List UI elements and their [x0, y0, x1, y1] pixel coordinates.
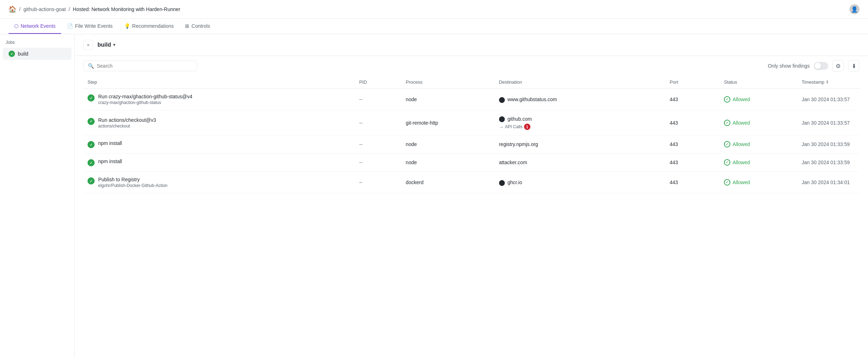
search-input[interactable] — [97, 63, 192, 69]
destination-name: registry.npmjs.org — [499, 141, 538, 147]
port-cell: 443 — [665, 154, 720, 172]
port-cell: 443 — [665, 110, 720, 135]
toggle-knob — [815, 63, 821, 69]
table-row: npm install --node registry.npmjs.org 44… — [83, 135, 859, 154]
search-icon: 🔍 — [88, 63, 94, 69]
status-allowed: Allowed — [724, 179, 793, 186]
step-sub: elgohr/Publish-Docker-Github-Action — [98, 183, 168, 188]
status-circle-icon — [724, 96, 730, 103]
main-layout: Jobs build « build ▾ 🔍 Only show finding… — [0, 34, 868, 358]
breadcrumb-repo[interactable]: github-actions-goat — [23, 6, 66, 12]
table-row: Run crazy-max/ghaction-github-status@v4 … — [83, 89, 859, 110]
step-cell: Run actions/checkout@v3 actions/checkout — [83, 110, 355, 135]
step-sub: crazy-max/ghaction-github-status — [98, 100, 192, 105]
breadcrumb-sep2: / — [69, 6, 70, 12]
status-allowed: Allowed — [724, 141, 793, 147]
step-cell: npm install — [83, 154, 355, 172]
sidebar-section-label: Jobs — [0, 40, 74, 48]
timestamp-label: Timestamp — [801, 79, 824, 85]
destination-name: github.com — [507, 116, 531, 122]
step-cell: Run crazy-max/ghaction-github-status@v4 … — [83, 89, 355, 110]
topbar: 🏠 / github-actions-goat / Hosted: Networ… — [0, 0, 868, 19]
tab-controls-label: Controls — [191, 23, 210, 29]
home-icon[interactable]: 🏠 — [9, 5, 16, 13]
col-timestamp[interactable]: Timestamp ⇕ — [797, 76, 859, 89]
step-status-icon — [88, 141, 95, 148]
step-cell: Publish to Registry elgohr/Publish-Docke… — [83, 172, 355, 193]
sidebar-item-build[interactable]: build — [3, 48, 72, 60]
step-cell: npm install — [83, 135, 355, 154]
breadcrumb: 🏠 / github-actions-goat / Hosted: Networ… — [9, 5, 180, 13]
tab-controls[interactable]: ⊞ Controls — [179, 19, 216, 34]
process-cell: node — [402, 89, 495, 110]
table-row: Run actions/checkout@v3 actions/checkout… — [83, 110, 859, 135]
port-cell: 443 — [665, 172, 720, 193]
job-dropdown-icon[interactable]: ▾ — [113, 42, 115, 47]
status-circle-icon — [724, 159, 730, 166]
download-icon: ⬇ — [852, 63, 856, 69]
col-port: Port — [665, 76, 720, 89]
destination-cell: registry.npmjs.org — [494, 135, 665, 154]
pid-cell: -- — [355, 172, 402, 193]
user-icon: 👤 — [851, 6, 858, 13]
step-name: Run actions/checkout@v3 — [98, 117, 156, 123]
col-process: Process — [402, 76, 495, 89]
settings-button[interactable]: ⚙ — [832, 60, 844, 72]
sort-icon: ⇕ — [826, 80, 829, 84]
settings-icon: ⚙ — [836, 63, 841, 69]
col-status: Status — [720, 76, 797, 89]
tab-file-write-events[interactable]: 📄 File Write Events — [61, 19, 118, 34]
port-cell: 443 — [665, 89, 720, 110]
destination-cell: ⬤github.com → API Calls 1 — [494, 110, 665, 135]
step-name: Run crazy-max/ghaction-github-status@v4 — [98, 94, 192, 99]
search-box[interactable]: 🔍 — [83, 61, 197, 71]
breadcrumb-sep1: / — [19, 6, 21, 12]
sidebar-item-build-label: build — [18, 51, 28, 57]
github-icon: ⬤ — [499, 96, 505, 103]
destination-name: attacker.com — [499, 160, 527, 165]
table-row: npm install --node attacker.com 443 Allo… — [83, 154, 859, 172]
status-circle-icon — [724, 141, 730, 147]
download-button[interactable]: ⬇ — [848, 60, 859, 72]
col-destination: Destination — [494, 76, 665, 89]
content-header: « build ▾ — [75, 34, 868, 56]
github-icon: ⬤ — [499, 115, 505, 122]
pid-cell: -- — [355, 135, 402, 154]
table-row: Publish to Registry elgohr/Publish-Docke… — [83, 172, 859, 193]
nav-tabs: ⬡ Network Events 📄 File Write Events 💡 R… — [0, 19, 868, 34]
pid-cell: -- — [355, 110, 402, 135]
step-sub: actions/checkout — [98, 124, 156, 129]
events-table: Step PID Process Destination Port Status… — [83, 76, 859, 193]
status-cell: Allowed — [720, 89, 797, 110]
user-avatar[interactable]: 👤 — [850, 4, 859, 14]
timestamp-cell: Jan 30 2024 01:33:57 — [797, 89, 859, 110]
findings-toggle[interactable] — [814, 62, 828, 70]
breadcrumb-current: Hosted: Network Monitoring with Harden-R… — [73, 6, 180, 12]
table-header: Step PID Process Destination Port Status… — [83, 76, 859, 89]
status-allowed: Allowed — [724, 96, 793, 103]
recommendations-icon: 💡 — [124, 23, 130, 29]
step-status-icon — [88, 94, 95, 102]
tab-network-events-label: Network Events — [21, 23, 55, 29]
step-name: Publish to Registry — [98, 177, 168, 182]
job-title-text: build — [97, 42, 111, 48]
api-calls-badge[interactable]: → API Calls 1 — [499, 124, 661, 130]
status-text: Allowed — [732, 141, 750, 147]
process-cell: node — [402, 135, 495, 154]
tab-file-write-events-label: File Write Events — [75, 23, 113, 29]
sidebar: Jobs build — [0, 34, 75, 358]
status-text: Allowed — [732, 120, 750, 126]
status-cell: Allowed — [720, 110, 797, 135]
tab-network-events[interactable]: ⬡ Network Events — [9, 19, 61, 34]
status-text: Allowed — [732, 180, 750, 185]
status-allowed: Allowed — [724, 159, 793, 166]
tab-recommendations[interactable]: 💡 Recommendations — [118, 19, 180, 34]
status-cell: Allowed — [720, 154, 797, 172]
network-events-icon: ⬡ — [14, 23, 18, 29]
process-cell: dockerd — [402, 172, 495, 193]
timestamp-cell: Jan 30 2024 01:34:01 — [797, 172, 859, 193]
destination-name: ghcr.io — [507, 180, 522, 185]
toolbar-right: Only show findings ⚙ ⬇ — [768, 60, 859, 72]
table-body: Run crazy-max/ghaction-github-status@v4 … — [83, 89, 859, 193]
collapse-button[interactable]: « — [83, 40, 93, 50]
